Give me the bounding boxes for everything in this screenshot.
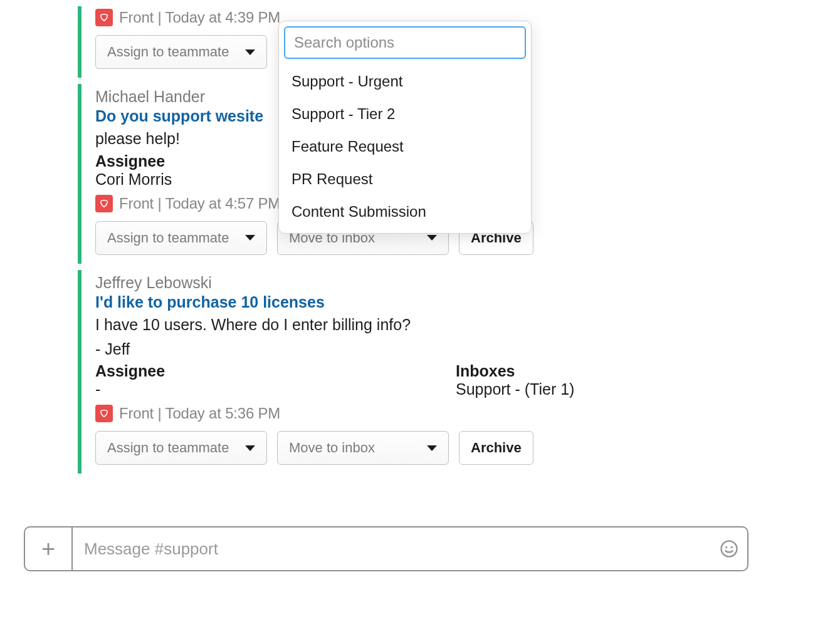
assign-to-teammate-select[interactable]: Assign to teammate [95,35,267,69]
message-actions: Assign to teammate Move to inbox Archive [95,431,810,465]
message-composer: + [24,526,748,571]
message-subject-link[interactable]: Do you support wesite [95,107,263,125]
svg-point-0 [722,541,737,557]
timestamp: Today at 4:39 PM [165,9,281,26]
assign-label: Assign to teammate [107,440,229,456]
app-name: Front [119,405,154,422]
assign-label: Assign to teammate [107,44,229,60]
message-subject-link[interactable]: I'd like to purchase 10 licenses [95,293,325,311]
archive-label: Archive [471,440,522,456]
message-meta: Front | Today at 5:36 PM [95,402,810,425]
svg-point-2 [731,546,733,548]
inboxes-label: Inboxes [456,362,574,380]
dropdown-option[interactable]: Content Submission [286,195,526,228]
assignee-label: Assignee [95,362,418,380]
archive-button[interactable]: Archive [459,431,533,465]
separator: | [154,195,165,212]
message-meta-text: Front | Today at 4:57 PM [119,192,280,215]
svg-point-1 [725,546,727,548]
message-card: Jeffrey Lebowski I'd like to purchase 10… [78,270,810,474]
smiley-icon [720,539,738,558]
chevron-down-icon [245,49,255,55]
chevron-down-icon [427,235,437,241]
dropdown-option[interactable]: Support - Tier 2 [286,98,526,130]
timestamp: Today at 5:36 PM [165,405,281,422]
message-body-line2: - Jeff [95,337,810,361]
move-label: Move to inbox [289,440,375,456]
dropdown-search-input[interactable] [284,26,526,59]
app-name: Front [119,195,154,212]
app-name: Front [119,9,154,26]
front-app-icon [95,9,113,26]
message-body-line1: I have 10 users. Where do I enter billin… [95,313,810,337]
dropdown-option-list[interactable]: Support - Urgent Support - Tier 2 Featur… [283,64,527,229]
move-to-inbox-dropdown: Support - Urgent Support - Tier 2 Featur… [278,21,532,234]
dropdown-option[interactable]: Feature Request [286,130,526,163]
front-app-icon [95,195,113,212]
message-meta-text: Front | Today at 4:39 PM [119,6,280,29]
attach-button[interactable]: + [25,527,73,570]
message-meta-text: Front | Today at 5:36 PM [119,402,280,425]
move-to-inbox-select[interactable]: Move to inbox [277,431,449,465]
message-fields: Assignee - Inboxes Support - (Tier 1) [95,361,810,398]
separator: | [154,9,165,26]
chevron-down-icon [427,445,437,451]
inboxes-value: Support - (Tier 1) [456,380,574,398]
chevron-down-icon [245,445,255,451]
plus-icon: + [41,536,55,563]
message-author: Jeffrey Lebowski [95,274,810,292]
assign-to-teammate-select[interactable]: Assign to teammate [95,221,267,255]
emoji-button[interactable] [711,527,747,570]
timestamp: Today at 4:57 PM [165,195,281,212]
assignee-value: - [95,380,418,398]
message-input[interactable] [84,539,700,559]
dropdown-option[interactable]: PR Request [286,163,526,195]
separator: | [154,405,165,422]
assign-label: Assign to teammate [107,230,229,246]
assign-to-teammate-select[interactable]: Assign to teammate [95,431,267,465]
dropdown-option[interactable]: Support - Urgent [286,65,526,98]
front-app-icon [95,405,113,422]
chevron-down-icon [245,235,255,241]
